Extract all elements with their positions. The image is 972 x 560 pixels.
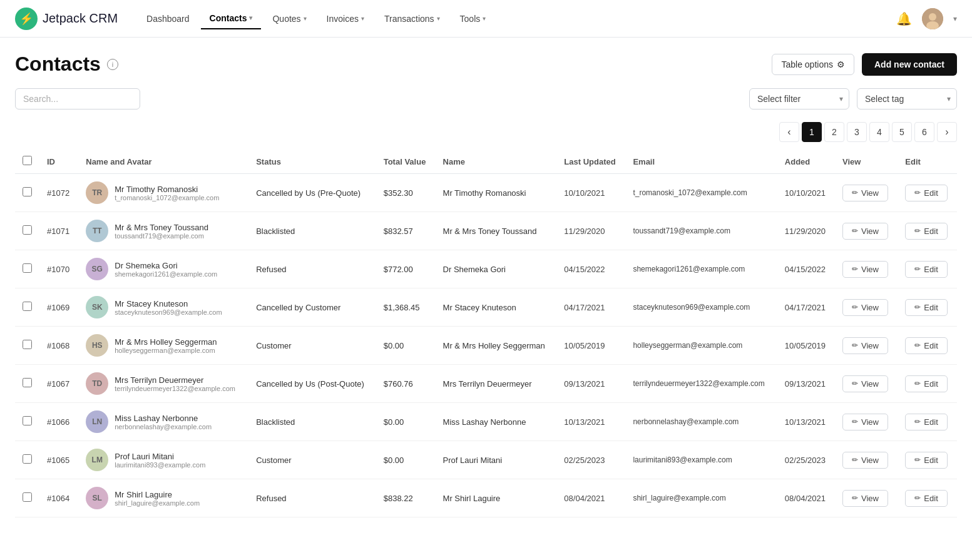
edit-icon: ✏ bbox=[914, 303, 921, 312]
row-checkbox-cell bbox=[15, 403, 39, 441]
page-button-2[interactable]: 2 bbox=[824, 122, 844, 142]
table-options-button[interactable]: Table options ⚙ bbox=[772, 54, 854, 75]
row-email: nerbonnelashay@example.com bbox=[625, 403, 777, 441]
add-contact-button[interactable]: Add new contact bbox=[862, 53, 957, 76]
contact-avatar: SG bbox=[86, 258, 108, 280]
row-status: Refused bbox=[248, 479, 376, 517]
row-checkbox[interactable] bbox=[23, 416, 32, 425]
nav-item-transactions[interactable]: Transactions ▾ bbox=[376, 9, 449, 29]
col-id: ID bbox=[39, 150, 78, 174]
edit-icon: ✏ bbox=[914, 188, 921, 197]
view-button[interactable]: ✏ View bbox=[842, 375, 888, 392]
chevron-down-icon: ▾ bbox=[304, 15, 307, 22]
edit-button[interactable]: ✏ Edit bbox=[905, 223, 947, 240]
next-page-button[interactable]: › bbox=[937, 122, 957, 142]
row-last-updated: 09/13/2021 bbox=[556, 365, 625, 403]
filter-select[interactable]: Select filter bbox=[749, 88, 849, 109]
view-button[interactable]: ✏ View bbox=[842, 299, 888, 316]
contact-info: Mr & Mrs Holley Seggerman holleyseggerma… bbox=[115, 337, 217, 354]
page-button-3[interactable]: 3 bbox=[847, 122, 867, 142]
prev-page-button[interactable]: ‹ bbox=[779, 122, 799, 142]
row-added: 08/04/2021 bbox=[777, 479, 835, 517]
row-full-name: Mr Stacey Knuteson bbox=[436, 288, 557, 327]
nav-item-invoices[interactable]: Invoices ▾ bbox=[318, 9, 373, 29]
row-checkbox[interactable] bbox=[23, 263, 32, 273]
row-email: terrilyndeuermeyer1322@example.com bbox=[625, 365, 777, 403]
row-checkbox[interactable] bbox=[23, 378, 32, 387]
edit-button[interactable]: ✏ Edit bbox=[905, 261, 947, 278]
view-button[interactable]: ✏ View bbox=[842, 414, 888, 430]
contact-avatar: TR bbox=[86, 181, 108, 204]
contact-name: Miss Lashay Nerbonne bbox=[115, 414, 212, 423]
edit-button[interactable]: ✏ Edit bbox=[905, 375, 947, 392]
logo-icon: ⚡ bbox=[15, 8, 38, 30]
edit-icon: ✏ bbox=[852, 227, 858, 235]
row-checkbox-cell bbox=[15, 479, 39, 517]
page-button-4[interactable]: 4 bbox=[869, 122, 889, 142]
page-button-6[interactable]: 6 bbox=[914, 122, 934, 142]
row-checkbox[interactable] bbox=[23, 340, 32, 349]
chevron-down-icon: ▾ bbox=[437, 15, 440, 22]
row-checkbox[interactable] bbox=[23, 492, 32, 502]
row-checkbox[interactable] bbox=[23, 454, 32, 464]
row-checkbox[interactable] bbox=[23, 302, 32, 311]
nav-item-quotes[interactable]: Quotes ▾ bbox=[263, 9, 315, 29]
tag-select[interactable]: Select tag bbox=[857, 88, 957, 109]
row-view-cell: ✏ View bbox=[835, 403, 898, 441]
row-full-name: Prof Lauri Mitani bbox=[436, 441, 557, 479]
row-full-name: Mrs Terrilyn Deuermeyer bbox=[436, 365, 557, 403]
row-total-value: $0.00 bbox=[376, 403, 436, 441]
col-view: View bbox=[835, 150, 898, 174]
row-status: Blacklisted bbox=[248, 403, 376, 441]
row-email: holleyseggerman@example.com bbox=[625, 327, 777, 365]
row-edit-cell: ✏ Edit bbox=[898, 365, 957, 403]
row-view-cell: ✏ View bbox=[835, 327, 898, 365]
page-button-1[interactable]: 1 bbox=[802, 122, 822, 142]
view-button[interactable]: ✏ View bbox=[842, 185, 888, 201]
nav-item-contacts[interactable]: Contacts ▾ bbox=[201, 8, 262, 29]
view-button[interactable]: ✏ View bbox=[842, 337, 888, 354]
contact-info: Mr Shirl Laguire shirl_laguire@example.c… bbox=[115, 490, 200, 507]
view-button[interactable]: ✏ View bbox=[842, 261, 888, 278]
user-menu-arrow[interactable]: ▾ bbox=[953, 14, 957, 23]
page-button-5[interactable]: 5 bbox=[892, 122, 912, 142]
contacts-table: ID Name and Avatar Status Total Value Na… bbox=[15, 150, 957, 517]
row-status: Refused bbox=[248, 250, 376, 288]
edit-icon: ✏ bbox=[914, 379, 921, 388]
logo[interactable]: ⚡ Jetpack CRM bbox=[15, 8, 118, 30]
contact-info: Mrs Terrilyn Deuermeyer terrilyndeuermey… bbox=[115, 375, 235, 392]
col-last-updated: Last Updated bbox=[556, 150, 625, 174]
contact-avatar: LM bbox=[86, 449, 108, 471]
view-button[interactable]: ✏ View bbox=[842, 223, 888, 240]
row-id: #1066 bbox=[39, 403, 78, 441]
row-checkbox[interactable] bbox=[23, 187, 32, 196]
edit-button[interactable]: ✏ Edit bbox=[905, 337, 947, 354]
contact-avatar: HS bbox=[86, 334, 108, 357]
row-checkbox[interactable] bbox=[23, 225, 32, 235]
edit-button[interactable]: ✏ Edit bbox=[905, 299, 947, 316]
row-total-value: $1,368.45 bbox=[376, 288, 436, 327]
table-row: #1071 TT Mr & Mrs Toney Toussand toussan… bbox=[15, 212, 957, 250]
row-view-cell: ✏ View bbox=[835, 479, 898, 517]
nav-item-dashboard[interactable]: Dashboard bbox=[138, 9, 198, 29]
info-icon[interactable]: i bbox=[107, 59, 118, 70]
view-button[interactable]: ✏ View bbox=[842, 452, 888, 469]
row-full-name: Mr Shirl Laguire bbox=[436, 479, 557, 517]
edit-button[interactable]: ✏ Edit bbox=[905, 414, 947, 430]
search-input[interactable] bbox=[15, 88, 140, 109]
nav-item-tools[interactable]: Tools ▾ bbox=[451, 9, 495, 29]
row-checkbox-cell bbox=[15, 212, 39, 250]
edit-button[interactable]: ✏ Edit bbox=[905, 452, 947, 469]
select-all-checkbox[interactable] bbox=[23, 156, 32, 165]
row-email: toussandt719@example.com bbox=[625, 212, 777, 250]
row-view-cell: ✏ View bbox=[835, 441, 898, 479]
contacts-table-container: ID Name and Avatar Status Total Value Na… bbox=[0, 150, 972, 532]
edit-icon: ✏ bbox=[914, 227, 921, 235]
bell-icon[interactable]: 🔔 bbox=[896, 11, 912, 26]
edit-button[interactable]: ✏ Edit bbox=[905, 185, 947, 201]
view-button[interactable]: ✏ View bbox=[842, 490, 888, 507]
contact-avatar: LN bbox=[86, 410, 108, 433]
edit-button[interactable]: ✏ Edit bbox=[905, 490, 947, 507]
avatar[interactable] bbox=[922, 8, 943, 29]
row-id: #1068 bbox=[39, 327, 78, 365]
